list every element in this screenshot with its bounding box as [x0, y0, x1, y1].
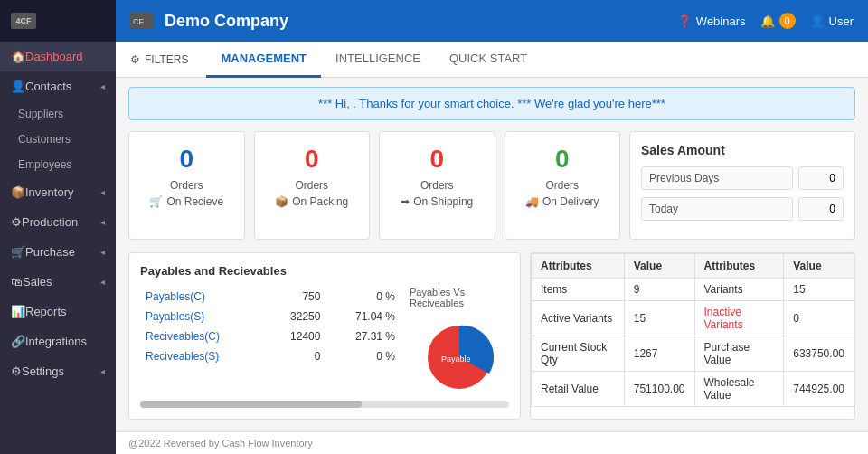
notifications-button[interactable]: 🔔 0 — [760, 13, 796, 29]
delivery-label: Orders — [514, 179, 611, 192]
sidebar-item-sales[interactable]: 🛍 Sales ◂ — [0, 267, 116, 297]
tab-management-label: MANAGEMENT — [221, 52, 307, 65]
sidebar-item-settings[interactable]: ⚙ Settings ◂ — [0, 356, 116, 386]
attr2[interactable]: Inactive Variants — [694, 301, 784, 336]
sidebar-item-dashboard[interactable]: 🏠 Dashboard — [0, 42, 116, 71]
chevron-icon: ◂ — [100, 217, 105, 227]
webinars-button[interactable]: ❓ Webinars — [677, 14, 746, 28]
val1: 751100.00 — [624, 372, 694, 407]
val2: 744925.00 — [784, 372, 854, 407]
employees-label: Employees — [18, 158, 71, 171]
production-icon: ⚙ — [11, 215, 22, 229]
attr1: Current Stock Qty — [532, 336, 625, 372]
order-card-shipping: 0 Orders ➡ On Shipping — [379, 131, 495, 240]
reports-icon: 📊 — [11, 305, 25, 318]
packing-label: Orders — [264, 179, 361, 192]
user-label: User — [829, 14, 854, 28]
footer-text: @2022 Reversed by Cash Flow Inventory — [128, 438, 313, 449]
sales-icon: 🛍 — [11, 275, 23, 288]
contacts-icon: 👤 — [11, 80, 25, 93]
previous-days-input[interactable] — [641, 166, 793, 190]
sidebar-item-suppliers[interactable]: Suppliers — [0, 101, 116, 127]
bottom-row: Payables and Recievables Payables(C) 750… — [128, 252, 855, 420]
sidebar-item-reports[interactable]: 📊 Reports — [0, 297, 116, 326]
sidebar-item-label: Inventory — [25, 185, 100, 199]
payable-pct: 0 % — [326, 346, 401, 366]
payable-link[interactable]: Payables(S) — [140, 307, 266, 326]
shipping-label: Orders — [389, 179, 486, 192]
sidebar-item-production[interactable]: ⚙ Production ◂ — [0, 207, 116, 237]
packing-status: 📦 On Packing — [264, 195, 361, 208]
receive-count: 0 — [138, 145, 235, 174]
attribute-row: Retail Value 751100.00 Wholesale Value 7… — [532, 372, 854, 407]
svg-text:CF: CF — [133, 17, 144, 26]
inventory-icon: 📦 — [11, 185, 25, 199]
attr2: Wholesale Value — [694, 372, 784, 407]
scrollbar-thumb[interactable] — [140, 401, 362, 408]
topbar: CF Demo Company ❓ Webinars 🔔 0 👤 User — [116, 0, 868, 42]
tab-management[interactable]: MANAGEMENT — [206, 42, 321, 78]
receive-icon: 🛒 — [149, 195, 163, 208]
attr2: Purchase Value — [694, 336, 784, 372]
payables-row: Payables(C) 750 0 % — [140, 287, 401, 307]
payables-row: Reciveables(C) 12400 27.31 % — [140, 326, 401, 346]
receive-status: 🛒 On Recieve — [138, 195, 235, 208]
tab-quick-start-label: QUICK START — [449, 52, 527, 65]
sidebar-item-purchase[interactable]: 🛒 Purchase ◂ — [0, 237, 116, 267]
footer: @2022 Reversed by Cash Flow Inventory — [116, 431, 868, 454]
payable-link[interactable]: Reciveables(C) — [140, 326, 266, 346]
user-icon: 👤 — [810, 14, 825, 28]
main-area: CF Demo Company ❓ Webinars 🔔 0 👤 User — [116, 0, 868, 454]
packing-icon: 📦 — [275, 195, 288, 208]
pie-area: Payables Vs Reciveables Payable — [410, 287, 509, 393]
sidebar-item-label: Settings — [22, 364, 100, 378]
bell-icon: 🔔 — [760, 14, 775, 28]
order-card-packing: 0 Orders 📦 On Packing — [254, 131, 371, 240]
attr1: Retail Value — [532, 372, 625, 407]
content-area: *** Hi, . Thanks for your smart choice. … — [116, 78, 868, 431]
attributes-card: Attributes Value Attributes Value Items … — [530, 252, 855, 420]
customers-label: Customers — [18, 133, 71, 146]
tab-quick-start[interactable]: QUICK START — [435, 42, 542, 78]
val1: 15 — [624, 301, 694, 336]
delivery-status: 🚚 On Delivery — [514, 195, 611, 208]
payable-pct: 71.04 % — [326, 307, 401, 326]
receive-label: Orders — [138, 179, 235, 192]
payable-link[interactable]: Reciveables(S) — [140, 346, 266, 366]
sidebar-item-customers[interactable]: Customers — [0, 127, 116, 152]
sales-amount-title: Sales Amount — [641, 143, 844, 157]
scrollbar-row — [140, 401, 509, 408]
packing-count: 0 — [264, 145, 361, 174]
sidebar-item-inventory[interactable]: 📦 Inventory ◂ — [0, 177, 116, 207]
question-icon: ❓ — [677, 14, 692, 28]
shipping-count: 0 — [389, 145, 486, 174]
payable-amount: 750 — [266, 287, 326, 307]
sidebar-item-label: Reports — [25, 305, 105, 318]
filters-label: FILTERS — [145, 53, 188, 66]
sales-row-previous: 0 — [641, 166, 844, 190]
attr1: Items — [532, 279, 625, 301]
attr2: Variants — [694, 279, 784, 301]
sidebar-item-label: Production — [22, 215, 100, 229]
pie-chart: Payable — [414, 312, 505, 393]
integrations-icon: 🔗 — [11, 335, 25, 348]
payable-link[interactable]: Payables(C) — [140, 287, 266, 307]
user-button[interactable]: 👤 User — [810, 14, 854, 28]
chevron-icon: ◂ — [100, 366, 105, 376]
order-cards-row: 0 Orders 🛒 On Recieve 0 Orders 📦 On Pack… — [128, 131, 855, 240]
today-input[interactable] — [641, 197, 793, 221]
suppliers-label: Suppliers — [18, 108, 63, 120]
chart-title: Payables Vs Reciveables — [410, 287, 509, 308]
sidebar-item-integrations[interactable]: 🔗 Integrations — [0, 326, 116, 356]
attr-header-1: Attributes — [532, 254, 625, 279]
attribute-row: Items 9 Variants 15 — [532, 279, 854, 301]
attr-header-4: Value — [784, 254, 854, 279]
filters-button[interactable]: ⚙ FILTERS — [130, 53, 188, 66]
sidebar-item-employees[interactable]: Employees — [0, 152, 116, 177]
sidebar-logo: 4CF — [0, 0, 116, 42]
tab-intelligence[interactable]: INTELLIGENCE — [321, 42, 435, 78]
sidebar-item-contacts[interactable]: 👤 Contacts ◂ — [0, 71, 116, 101]
val2: 15 — [784, 279, 854, 301]
val2: 633750.00 — [784, 336, 854, 372]
payables-row: Reciveables(S) 0 0 % — [140, 346, 401, 366]
